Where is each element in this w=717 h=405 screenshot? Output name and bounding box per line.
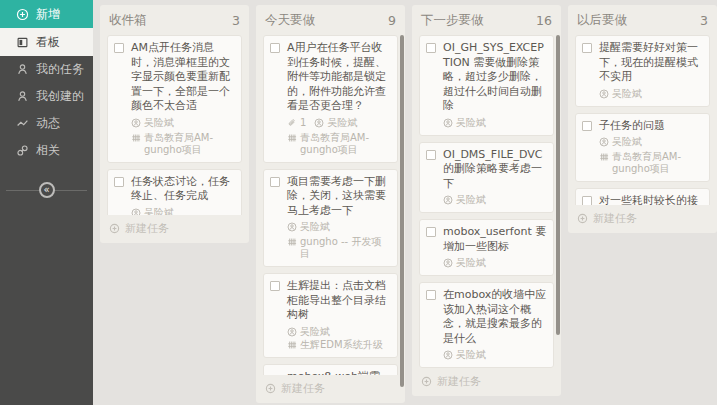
card-icon-area bbox=[114, 41, 126, 156]
task-card[interactable]: 项目需要考虑一下删除，关闭，这块需要马上考虑一下吴险斌gungho -- 开发项… bbox=[263, 169, 398, 268]
card-title: OI_GH_SYS_EXCEPTION 需要做删除策略，超过多少删除，超过什么时… bbox=[443, 41, 547, 114]
attachment-count: 1 bbox=[287, 117, 306, 129]
sidebar-divider: « bbox=[6, 190, 87, 191]
card-meta-row: 吴险斌 bbox=[131, 117, 235, 129]
card-meta-row: 吴险斌 bbox=[443, 257, 547, 269]
column-card-list: OI_GH_SYS_EXCEPTION 需要做删除策略，超过多少删除，超过什么时… bbox=[419, 35, 554, 368]
card-icon-area bbox=[426, 225, 438, 269]
sidebar-item-created-by-me[interactable]: 我创建的 bbox=[0, 83, 93, 110]
column-scrollbar[interactable] bbox=[556, 35, 560, 335]
column-card-list: A用户在任务平台收到任务时候，提醒、附件等功能都是锁定的，附件功能允许查看是否更… bbox=[263, 35, 398, 375]
assignee: 吴险斌 bbox=[443, 194, 486, 206]
sidebar-item-related[interactable]: 相关 bbox=[0, 137, 93, 164]
task-card[interactable]: 子任务的问题吴险斌青岛教育局AM-gungho项目 bbox=[575, 113, 710, 183]
plus-circle-icon bbox=[421, 376, 432, 387]
card-body: OI_GH_SYS_EXCEPTION 需要做删除策略，超过多少删除，超过什么时… bbox=[443, 41, 547, 129]
task-checkbox[interactable] bbox=[426, 227, 436, 237]
card-body: AM点开任务消息时，消息弹框里的文字显示颜色要重新配置一下，全部是一个颜色不太合… bbox=[131, 41, 235, 156]
assignee: 吴险斌 bbox=[443, 349, 486, 361]
task-checkbox[interactable] bbox=[426, 290, 436, 300]
avatar-icon bbox=[599, 137, 609, 147]
new-task-label: 新建任务 bbox=[593, 211, 637, 226]
avatar-icon bbox=[599, 89, 609, 99]
column-header: 下一步要做 16 bbox=[419, 5, 554, 35]
sidebar-item-add[interactable]: 新增 bbox=[0, 0, 93, 28]
task-checkbox[interactable] bbox=[270, 177, 280, 187]
task-checkbox[interactable] bbox=[582, 196, 592, 205]
plus-circle-icon bbox=[16, 8, 29, 21]
card-meta-row: 青岛教育局AM-gungho项目 bbox=[131, 132, 235, 156]
avatar-icon bbox=[443, 350, 453, 360]
person-icon bbox=[16, 63, 29, 76]
plus-circle-icon bbox=[577, 213, 588, 224]
column-card-list: AM点开任务消息时，消息弹框里的文字显示颜色要重新配置一下，全部是一个颜色不太合… bbox=[107, 35, 242, 215]
task-checkbox[interactable] bbox=[114, 177, 124, 187]
project-tag: 青岛教育局AM-gungho项目 bbox=[131, 132, 235, 156]
board-column: 以后要做 3 提醒需要好好对策一下，现在的提醒模式不实用吴险斌子任务的问题吴险斌… bbox=[568, 5, 717, 233]
task-card[interactable]: 在mobox的收墙中应该加入热词这个概念，就是搜索最多的是什么吴险斌 bbox=[419, 282, 554, 368]
new-task-button[interactable]: 新建任务 bbox=[575, 205, 710, 233]
task-checkbox[interactable] bbox=[270, 43, 280, 53]
card-meta-row: gungho -- 开发项目 bbox=[287, 236, 391, 260]
card-body: 在mobox的收墙中应该加入热词这个概念，就是搜索最多的是什么吴险斌 bbox=[443, 288, 547, 361]
assignee-label: 吴险斌 bbox=[612, 88, 642, 100]
sidebar-item-my-tasks[interactable]: 我的任务 bbox=[0, 56, 93, 83]
task-card[interactable]: 任务状态讨论，任务终止、任务完成吴险斌 bbox=[107, 169, 242, 216]
new-task-button[interactable]: 新建任务 bbox=[419, 368, 554, 396]
sidebar-item-board[interactable]: 看板 bbox=[0, 28, 93, 56]
card-icon-area bbox=[270, 175, 282, 261]
column-count: 16 bbox=[536, 13, 552, 28]
card-meta-row: 吴险斌 bbox=[443, 349, 547, 361]
assignee: 吴险斌 bbox=[287, 221, 330, 233]
tag-icon bbox=[287, 237, 297, 247]
task-card[interactable]: 生辉提出：点击文档柜能导出整个目录结构树吴险斌生辉EDM系统升级 bbox=[263, 273, 398, 358]
assignee: 吴险斌 bbox=[287, 326, 330, 338]
avatar-icon bbox=[443, 195, 453, 205]
assignee-label: 吴险斌 bbox=[612, 136, 642, 148]
card-body: A用户在任务平台收到任务时候，提醒、附件等功能都是锁定的，附件功能允许查看是否更… bbox=[287, 41, 391, 156]
avatar-icon bbox=[287, 327, 297, 337]
assignee: 吴险斌 bbox=[599, 88, 642, 100]
card-title: 子任务的问题 bbox=[599, 119, 703, 134]
column-scrollbar[interactable] bbox=[400, 35, 404, 387]
card-title: 提醒需要好好对策一下，现在的提醒模式不实用 bbox=[599, 41, 703, 85]
task-checkbox[interactable] bbox=[426, 43, 436, 53]
task-card[interactable]: 对一些耗时较长的接口调用最好用MVC的异步调用（另外开线程），目前暂时用加长超时… bbox=[575, 188, 710, 205]
card-body: 生辉提出：点击文档柜能导出整个目录结构树吴险斌生辉EDM系统升级 bbox=[287, 279, 391, 351]
task-checkbox[interactable] bbox=[582, 121, 592, 131]
card-meta-row: 吴险斌 bbox=[287, 221, 391, 233]
card-body: 任务状态讨论，任务终止、任务完成吴险斌 bbox=[131, 175, 235, 216]
card-icon-area bbox=[582, 194, 594, 205]
sidebar-item-activity[interactable]: 动态 bbox=[0, 110, 93, 137]
task-card[interactable]: AM点开任务消息时，消息弹框里的文字显示颜色要重新配置一下，全部是一个颜色不太合… bbox=[107, 35, 242, 163]
sidebar-item-label: 相关 bbox=[36, 142, 60, 159]
tag-icon bbox=[131, 133, 141, 143]
card-meta-row: 吴险斌 bbox=[443, 194, 547, 206]
task-card[interactable]: OI_GH_SYS_EXCEPTION 需要做删除策略，超过多少删除，超过什么时… bbox=[419, 35, 554, 136]
card-icon-area bbox=[582, 41, 594, 100]
task-card[interactable]: 提醒需要好好对策一下，现在的提醒模式不实用吴险斌 bbox=[575, 35, 710, 107]
card-icon-area bbox=[426, 288, 438, 361]
project-tag-label: 青岛教育局AM-gungho项目 bbox=[300, 132, 391, 156]
card-icon-area bbox=[270, 279, 282, 351]
task-checkbox[interactable] bbox=[582, 43, 592, 53]
task-card[interactable]: mobox_userfont 要增加一些图标吴险斌 bbox=[419, 219, 554, 276]
new-task-button[interactable]: 新建任务 bbox=[107, 215, 242, 243]
task-checkbox[interactable] bbox=[426, 150, 436, 160]
sidebar-item-label: 新增 bbox=[36, 6, 60, 23]
tag-icon bbox=[599, 152, 609, 162]
tag-icon bbox=[287, 340, 297, 350]
sidebar: 新增 看板 我的任务 我创建的 动态 bbox=[0, 0, 93, 405]
new-task-label: 新建任务 bbox=[281, 381, 325, 396]
task-card[interactable]: A用户在任务平台收到任务时候，提醒、附件等功能都是锁定的，附件功能允许查看是否更… bbox=[263, 35, 398, 163]
project-tag-label: 生辉EDM系统升级 bbox=[300, 339, 383, 351]
assignee-label: 吴险斌 bbox=[327, 117, 357, 129]
task-checkbox[interactable] bbox=[270, 281, 280, 291]
card-meta-row: 1吴险斌 bbox=[287, 117, 391, 129]
card-icon-area bbox=[270, 41, 282, 156]
collapse-icon[interactable]: « bbox=[39, 182, 55, 198]
task-card[interactable]: OI_DMS_FILE_DVC 的删除策略要考虑一下吴险斌 bbox=[419, 142, 554, 214]
new-task-button[interactable]: 新建任务 bbox=[263, 375, 398, 403]
task-card[interactable]: mobox8-web端需要显示以下字段（编号、备注）吴险斌生辉EDM系统升级 bbox=[263, 364, 398, 376]
task-checkbox[interactable] bbox=[114, 43, 124, 53]
